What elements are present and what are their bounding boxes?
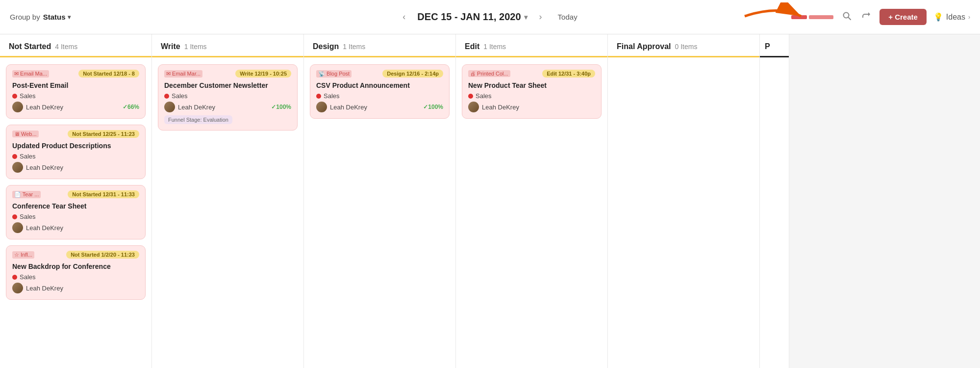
card-progress: ✓66% xyxy=(123,104,139,110)
card-not-started-0[interactable]: ✉ Email Ma...Not Started 12/18 - 8Post-E… xyxy=(6,64,146,119)
card-status-badge: Not Started 12/25 - 11:23 xyxy=(68,130,139,138)
card-tag: Sales xyxy=(12,92,139,100)
card-status-badge: Not Started 1/2/20 - 11:23 xyxy=(66,251,139,259)
card-title: December Customer Newsletter xyxy=(164,81,291,89)
header: Group by Status ▾ ‹ DEC 15 - JAN 11, 202… xyxy=(0,0,980,34)
column-header-edit: Edit1 Items xyxy=(456,34,607,57)
column-final-approval: Final Approval0 Items xyxy=(608,34,760,368)
card-top: 🖥 Web...Not Started 12/25 - 11:23 xyxy=(12,130,139,138)
kanban-board: Not Started4 Items✉ Email Ma...Not Start… xyxy=(0,34,980,368)
column-title-partial: P xyxy=(765,42,770,51)
card-tag: Sales xyxy=(316,92,443,100)
card-tag-label: Sales xyxy=(20,92,36,100)
view-bar-inactive xyxy=(809,15,833,19)
column-count-final-approval: 0 Items xyxy=(675,43,698,51)
card-top: ✉ Email Ma...Not Started 12/18 - 8 xyxy=(12,70,139,78)
card-type-icon: 📡 Blog Post xyxy=(316,70,352,78)
card-top: 📄 Tear ...Not Started 12/31 - 11:33 xyxy=(12,190,139,198)
column-not-started: Not Started4 Items✉ Email Ma...Not Start… xyxy=(0,34,152,368)
avatar xyxy=(164,102,175,112)
card-assignee-name: Leah DeKrey xyxy=(26,104,63,111)
card-type-icon: ✉ Email Ma... xyxy=(12,70,49,78)
card-assignee-name: Leah DeKrey xyxy=(330,104,367,111)
card-edit-0[interactable]: 🖨 Printed Col...Edit 12/31 - 3:40pNew Pr… xyxy=(462,64,602,119)
card-tag: Sales xyxy=(12,273,139,281)
column-body-write: ✉ Email Mar...Write 12/19 - 10:25Decembe… xyxy=(152,57,303,368)
card-tag: Sales xyxy=(12,153,139,160)
card-footer: Leah DeKrey xyxy=(12,283,139,293)
card-status-badge: Write 12/19 - 10:25 xyxy=(235,70,291,78)
card-status-badge: Not Started 12/18 - 8 xyxy=(78,70,139,78)
card-title: Post-Event Email xyxy=(12,81,139,89)
card-footer: Leah DeKrey✓100% xyxy=(316,102,443,112)
group-by-section: Group by Status ▾ xyxy=(10,13,88,21)
card-footer: Leah DeKrey✓66% xyxy=(12,102,139,112)
column-title-edit: Edit xyxy=(465,42,479,51)
card-title: CSV Product Announcement xyxy=(316,81,443,89)
card-design-0[interactable]: 📡 Blog PostDesign 12/16 - 2:14pCSV Produ… xyxy=(310,64,450,119)
column-header-partial: P xyxy=(760,34,789,57)
card-tag-label: Sales xyxy=(476,92,492,100)
column-count-design: 1 Items xyxy=(343,43,365,51)
group-by-dropdown[interactable]: Status ▾ xyxy=(43,13,71,21)
search-button[interactable] xyxy=(840,9,853,25)
avatar xyxy=(12,222,23,233)
card-status-badge: Not Started 12/31 - 11:33 xyxy=(68,190,139,198)
column-count-write: 1 Items xyxy=(184,43,207,51)
card-title: Updated Product Descriptions xyxy=(12,142,139,150)
card-tag: Sales xyxy=(468,92,595,100)
card-type-icon: ✉ Email Mar... xyxy=(164,70,202,78)
card-not-started-2[interactable]: 📄 Tear ...Not Started 12/31 - 11:33Confe… xyxy=(6,185,146,239)
card-assignee: Leah DeKrey xyxy=(12,102,63,112)
create-button[interactable]: + Create xyxy=(879,9,927,25)
column-body-not-started: ✉ Email Ma...Not Started 12/18 - 8Post-E… xyxy=(0,57,151,368)
tag-dot-icon xyxy=(12,154,17,159)
card-footer: Leah DeKrey xyxy=(468,102,595,112)
ideas-section[interactable]: 💡 Ideas › xyxy=(933,12,970,22)
column-header-final-approval: Final Approval0 Items xyxy=(608,34,759,57)
card-assignee: Leah DeKrey xyxy=(12,283,63,293)
column-title-not-started: Not Started xyxy=(9,42,51,51)
column-header-not-started: Not Started4 Items xyxy=(0,34,151,57)
avatar xyxy=(12,102,23,112)
column-write: Write1 Items✉ Email Mar...Write 12/19 - … xyxy=(152,34,304,368)
ideas-chevron-icon: › xyxy=(968,14,970,21)
card-not-started-3[interactable]: ☆ Infl...Not Started 1/2/20 - 11:23New B… xyxy=(6,245,146,300)
card-not-started-1[interactable]: 🖥 Web...Not Started 12/25 - 11:23Updated… xyxy=(6,125,146,179)
card-assignee-name: Leah DeKrey xyxy=(26,285,63,292)
column-count-not-started: 4 Items xyxy=(55,43,77,51)
card-type-icon: 📄 Tear ... xyxy=(12,191,41,198)
today-button[interactable]: Today xyxy=(554,11,581,23)
column-count-edit: 1 Items xyxy=(483,43,506,51)
view-toggle xyxy=(791,15,833,19)
column-design: Design1 Items📡 Blog PostDesign 12/16 - 2… xyxy=(304,34,456,368)
card-top: ✉ Email Mar...Write 12/19 - 10:25 xyxy=(164,70,291,78)
avatar xyxy=(12,162,23,173)
next-arrow-button[interactable]: › xyxy=(535,10,546,24)
card-status-badge: Edit 12/31 - 3:40p xyxy=(542,70,595,78)
avatar xyxy=(468,102,479,112)
card-assignee: Leah DeKrey xyxy=(468,102,519,112)
svg-line-2 xyxy=(848,17,851,20)
card-assignee-name: Leah DeKrey xyxy=(482,104,519,111)
column-title-design: Design xyxy=(313,42,339,51)
column-edit: Edit1 Items🖨 Printed Col...Edit 12/31 - … xyxy=(456,34,608,368)
card-top: ☆ Infl...Not Started 1/2/20 - 11:23 xyxy=(12,251,139,259)
share-button[interactable] xyxy=(860,9,873,25)
date-range-selector[interactable]: DEC 15 - JAN 11, 2020 ▾ xyxy=(417,11,527,23)
prev-arrow-button[interactable]: ‹ xyxy=(399,10,409,24)
card-assignee: Leah DeKrey xyxy=(12,162,63,173)
card-write-0[interactable]: ✉ Email Mar...Write 12/19 - 10:25Decembe… xyxy=(158,64,298,131)
card-tag: Sales xyxy=(164,92,291,100)
tag-dot-icon xyxy=(12,275,17,280)
column-title-final-approval: Final Approval xyxy=(617,42,671,51)
tag-dot-icon xyxy=(468,94,473,99)
card-tag: Sales xyxy=(12,213,139,220)
card-extra-badge: Funnel Stage: Evaluation xyxy=(164,115,232,124)
card-assignee-name: Leah DeKrey xyxy=(26,164,63,171)
card-title: Conference Tear Sheet xyxy=(12,202,139,210)
card-tag-label: Sales xyxy=(324,92,340,100)
card-progress: ✓100% xyxy=(423,104,443,110)
column-body-edit: 🖨 Printed Col...Edit 12/31 - 3:40pNew Pr… xyxy=(456,57,607,368)
header-right: + Create 💡 Ideas › xyxy=(791,9,970,25)
